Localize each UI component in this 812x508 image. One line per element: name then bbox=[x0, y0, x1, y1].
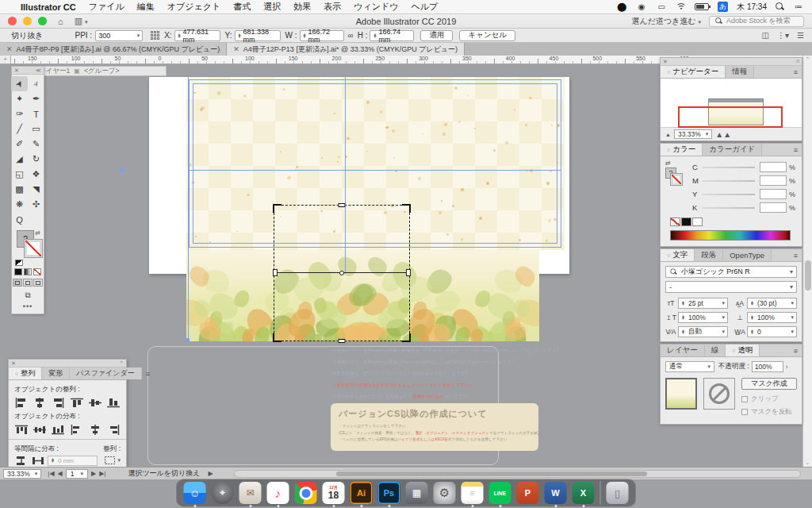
x-input[interactable]: ▲▼477.631 mm bbox=[174, 30, 220, 41]
crop-corner-handle[interactable] bbox=[402, 333, 411, 342]
character-tab-OpenType[interactable]: OpenType bbox=[723, 249, 772, 261]
dock-launchpad[interactable]: ✦ bbox=[212, 482, 234, 504]
line-segment-tool[interactable]: ╱ bbox=[11, 121, 28, 137]
close-panel-icon[interactable]: ✕ bbox=[14, 67, 19, 74]
control-menu-icon[interactable]: ☰ bbox=[797, 31, 804, 40]
dock-chrome[interactable] bbox=[295, 482, 317, 504]
dock-illustrator[interactable]: Ai bbox=[350, 482, 373, 504]
opacity-chevron-icon[interactable]: › bbox=[786, 363, 788, 371]
vertical-scroll-thumb[interactable] bbox=[805, 260, 811, 291]
navigator-tab-情報[interactable]: 情報 bbox=[726, 66, 754, 78]
zoom-in-icon[interactable]: ▲▲ bbox=[715, 130, 731, 139]
character-panel-menu-icon[interactable]: ≡ bbox=[790, 249, 802, 261]
navigator-zoom-field[interactable]: 33.33%▾ bbox=[674, 129, 712, 139]
swap-fill-stroke-icon[interactable]: ⇄ bbox=[665, 160, 671, 167]
document-tab[interactable]: ✕A4冊子8P-P9 [更新済み].ai @ 66.67% (CMYK/GPU … bbox=[0, 43, 227, 56]
arrange-documents-icon[interactable]: ▥ ▾ bbox=[75, 16, 88, 26]
input-source-icon[interactable]: あ bbox=[718, 2, 728, 12]
stroke-swatch-none[interactable] bbox=[671, 174, 682, 185]
selection-center-point[interactable] bbox=[339, 271, 344, 275]
menu-書式[interactable]: 書式 bbox=[233, 2, 251, 11]
dock-music[interactable]: ♪ bbox=[267, 482, 289, 504]
tracking-field[interactable]: ▲▼0▾ bbox=[747, 326, 797, 337]
vertical-align-bottom[interactable] bbox=[107, 397, 121, 408]
collapse-dock-icon[interactable]: ⌑ bbox=[796, 59, 799, 65]
eraser-tool[interactable]: ◢ bbox=[11, 152, 28, 167]
channel-value-field[interactable] bbox=[760, 162, 787, 172]
crop-mid-handle-top[interactable] bbox=[339, 203, 346, 207]
menu-選択[interactable]: 選択 bbox=[263, 2, 281, 11]
horizontal-distribute-space[interactable] bbox=[31, 455, 44, 466]
display-status-icon[interactable]: ▭ bbox=[656, 2, 667, 12]
color-mode-button[interactable] bbox=[14, 268, 22, 275]
y-input[interactable]: ▲▼681.338 mm bbox=[235, 30, 281, 41]
selection-tool[interactable]: ➤ bbox=[11, 76, 28, 91]
artboard-number-field[interactable]: 1▾ bbox=[66, 469, 88, 479]
distribute-spacing-field[interactable]: ▲▼0 mm bbox=[48, 456, 98, 466]
type-tool[interactable]: T bbox=[28, 106, 44, 121]
scroll-up-icon[interactable]: ⌃ bbox=[803, 56, 812, 63]
menu-ウィンドウ[interactable]: ウィンドウ bbox=[354, 2, 398, 11]
vertical-distribute-bottom[interactable] bbox=[52, 424, 65, 435]
swap-fill-stroke-icon[interactable]: ⇄ bbox=[35, 229, 40, 237]
white-swatch[interactable] bbox=[692, 217, 703, 226]
home-icon[interactable]: ⌂ bbox=[58, 17, 63, 26]
prev-artboard-button[interactable]: ◀ bbox=[58, 470, 63, 477]
menu-編集[interactable]: 編集 bbox=[137, 2, 155, 11]
apply-crop-button[interactable]: 適用 bbox=[420, 30, 453, 41]
fill-stroke-proxy[interactable]: ⇄ ? bbox=[17, 230, 39, 265]
eyedropper-tool[interactable]: ◥ bbox=[28, 182, 44, 197]
crop-corner-handle[interactable] bbox=[402, 204, 411, 213]
menu-表示[interactable]: 表示 bbox=[324, 2, 341, 11]
align-tab-パスファインダー[interactable]: パスファインダー bbox=[70, 368, 141, 379]
vertical-scrollbar[interactable]: ⌃ ⌄ bbox=[802, 56, 812, 467]
vertical-align-center[interactable] bbox=[89, 397, 102, 408]
minimize-window-button[interactable] bbox=[23, 17, 32, 25]
collapse-panel-icon[interactable]: ⌃ bbox=[119, 360, 124, 367]
channel-value-field[interactable] bbox=[760, 175, 787, 186]
channel-value-field[interactable] bbox=[760, 202, 787, 213]
transparency-tab-透明[interactable]: ○透明 bbox=[726, 344, 760, 356]
align-panel-menu-icon[interactable]: ≡ bbox=[142, 368, 154, 379]
scale-tool[interactable]: ◱ bbox=[11, 167, 28, 182]
horizontal-align-right[interactable] bbox=[52, 397, 65, 408]
stroke-swatch-none[interactable] bbox=[25, 240, 42, 257]
horizontal-align-left[interactable] bbox=[14, 397, 28, 408]
close-tab-icon[interactable]: ✕ bbox=[233, 45, 239, 53]
menu-ファイル[interactable]: ファイル bbox=[89, 2, 124, 11]
channel-slider[interactable] bbox=[702, 180, 755, 182]
color-fill-stroke-proxy[interactable]: ⇄ ? bbox=[665, 161, 686, 188]
menu-効果[interactable]: 効果 bbox=[293, 2, 311, 11]
scroll-down-icon[interactable]: ⌄ bbox=[803, 460, 812, 466]
channel-slider[interactable] bbox=[702, 207, 755, 209]
zoom-out-icon[interactable]: ▲ bbox=[665, 132, 671, 137]
guide-handle[interactable] bbox=[186, 338, 190, 342]
vertical-distribute-top[interactable] bbox=[14, 424, 28, 435]
dock-mail[interactable]: ✉ bbox=[239, 482, 262, 504]
selection-bounds-line[interactable] bbox=[274, 272, 410, 273]
mask-thumbnail-empty[interactable] bbox=[703, 378, 735, 410]
color-spectrum-bar[interactable] bbox=[670, 230, 791, 241]
horizontal-scrollbar[interactable] bbox=[234, 470, 801, 478]
edit-toolbar-button[interactable]: ••• bbox=[12, 300, 44, 314]
menu-オブジェクト[interactable]: オブジェクト bbox=[167, 2, 221, 11]
horizontal-distribute-center[interactable] bbox=[89, 424, 102, 435]
wifi-icon[interactable] bbox=[676, 3, 686, 11]
paintbrush-tool[interactable]: ✐ bbox=[11, 137, 28, 152]
vertical-align-top[interactable] bbox=[70, 397, 83, 408]
last-artboard-button[interactable]: ▶| bbox=[99, 470, 105, 477]
status-expand-icon[interactable]: ▶ bbox=[208, 470, 213, 477]
align-to-selector[interactable]: ▾ bbox=[104, 456, 121, 465]
workspace-switcher[interactable]: 選んだ道つき進む ▾ bbox=[632, 16, 701, 27]
navigator-tab-ナビゲーター[interactable]: ○ナビゲーター bbox=[661, 66, 726, 78]
color-tab-カラーガイド[interactable]: カラーガイド bbox=[703, 144, 762, 156]
menu-ヘルプ[interactable]: ヘルプ bbox=[412, 2, 439, 11]
horizontal-align-center[interactable] bbox=[33, 397, 46, 408]
ppi-select[interactable]: 300▾ bbox=[95, 30, 143, 41]
reference-point-icon[interactable] bbox=[151, 31, 159, 40]
notification-center-icon[interactable]: ≔ bbox=[793, 2, 804, 12]
vertical-distribute-center[interactable] bbox=[33, 424, 46, 435]
blend-mode-select[interactable]: 通常▾ bbox=[665, 361, 714, 372]
dock-excel[interactable]: X bbox=[573, 482, 595, 504]
next-artboard-button[interactable]: ▶ bbox=[91, 470, 96, 477]
